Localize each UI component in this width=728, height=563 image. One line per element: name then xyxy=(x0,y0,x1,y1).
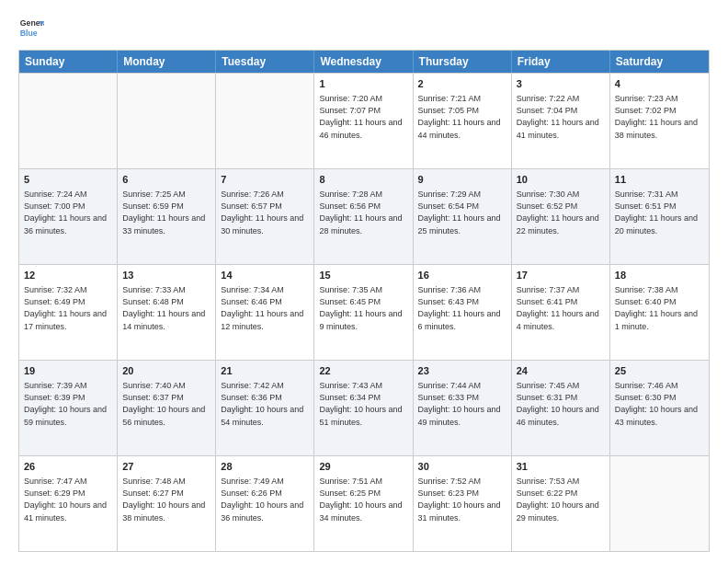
day-info: Sunrise: 7:40 AM Sunset: 6:37 PM Dayligh… xyxy=(122,380,210,428)
day-cell-2: 2Sunrise: 7:21 AM Sunset: 7:05 PM Daylig… xyxy=(414,74,512,168)
day-number: 3 xyxy=(517,77,605,91)
day-number: 14 xyxy=(221,269,309,282)
day-info: Sunrise: 7:45 AM Sunset: 6:31 PM Dayligh… xyxy=(517,380,605,428)
day-info: Sunrise: 7:26 AM Sunset: 6:57 PM Dayligh… xyxy=(221,189,309,236)
day-number: 25 xyxy=(615,364,704,378)
day-cell-31: 31Sunrise: 7:53 AM Sunset: 6:22 PM Dayli… xyxy=(512,456,610,551)
day-header-friday: Friday xyxy=(512,51,610,73)
day-number: 23 xyxy=(418,364,506,378)
day-number: 27 xyxy=(122,460,210,474)
day-number: 20 xyxy=(122,364,210,378)
day-info: Sunrise: 7:38 AM Sunset: 6:40 PM Dayligh… xyxy=(615,284,704,332)
day-cell-26: 26Sunrise: 7:47 AM Sunset: 6:29 PM Dayli… xyxy=(19,456,118,551)
day-info: Sunrise: 7:37 AM Sunset: 6:41 PM Dayligh… xyxy=(517,284,605,332)
svg-text:Blue: Blue xyxy=(20,29,38,38)
empty-cell xyxy=(610,456,709,551)
day-number: 30 xyxy=(418,460,506,474)
day-info: Sunrise: 7:34 AM Sunset: 6:46 PM Dayligh… xyxy=(221,284,309,332)
day-info: Sunrise: 7:51 AM Sunset: 6:25 PM Dayligh… xyxy=(319,476,407,523)
day-number: 16 xyxy=(418,269,506,282)
day-info: Sunrise: 7:29 AM Sunset: 6:54 PM Dayligh… xyxy=(418,189,506,236)
day-info: Sunrise: 7:42 AM Sunset: 6:36 PM Dayligh… xyxy=(221,380,309,428)
day-info: Sunrise: 7:33 AM Sunset: 6:48 PM Dayligh… xyxy=(122,284,210,332)
day-number: 29 xyxy=(319,460,407,474)
day-info: Sunrise: 7:36 AM Sunset: 6:43 PM Dayligh… xyxy=(418,284,506,332)
day-number: 6 xyxy=(122,173,210,187)
day-info: Sunrise: 7:32 AM Sunset: 6:49 PM Dayligh… xyxy=(24,284,112,332)
day-number: 18 xyxy=(615,269,704,282)
day-cell-21: 21Sunrise: 7:42 AM Sunset: 6:36 PM Dayli… xyxy=(216,361,314,455)
day-cell-22: 22Sunrise: 7:43 AM Sunset: 6:34 PM Dayli… xyxy=(314,361,413,455)
calendar-row: 5Sunrise: 7:24 AM Sunset: 7:00 PM Daylig… xyxy=(19,168,709,264)
empty-cell xyxy=(118,74,216,168)
day-cell-15: 15Sunrise: 7:35 AM Sunset: 6:45 PM Dayli… xyxy=(314,265,413,360)
day-cell-18: 18Sunrise: 7:38 AM Sunset: 6:40 PM Dayli… xyxy=(610,265,709,360)
day-info: Sunrise: 7:24 AM Sunset: 7:00 PM Dayligh… xyxy=(24,189,112,236)
day-header-monday: Monday xyxy=(118,51,216,73)
day-header-saturday: Saturday xyxy=(610,51,709,73)
day-info: Sunrise: 7:46 AM Sunset: 6:30 PM Dayligh… xyxy=(615,380,704,428)
calendar-page: General Blue SundayMondayTuesdayWednesda… xyxy=(0,0,728,563)
day-cell-11: 11Sunrise: 7:31 AM Sunset: 6:51 PM Dayli… xyxy=(610,169,709,264)
day-number: 10 xyxy=(517,173,605,187)
calendar-row: 19Sunrise: 7:39 AM Sunset: 6:39 PM Dayli… xyxy=(19,360,709,455)
day-number: 9 xyxy=(418,173,506,187)
day-number: 4 xyxy=(615,77,704,91)
day-cell-7: 7Sunrise: 7:26 AM Sunset: 6:57 PM Daylig… xyxy=(216,169,314,264)
day-info: Sunrise: 7:22 AM Sunset: 7:04 PM Dayligh… xyxy=(517,93,605,141)
day-number: 1 xyxy=(319,77,407,91)
day-info: Sunrise: 7:47 AM Sunset: 6:29 PM Dayligh… xyxy=(24,476,112,523)
empty-cell xyxy=(19,74,118,168)
day-cell-19: 19Sunrise: 7:39 AM Sunset: 6:39 PM Dayli… xyxy=(19,361,118,455)
page-header: General Blue xyxy=(18,15,710,40)
day-header-tuesday: Tuesday xyxy=(216,51,314,73)
day-number: 28 xyxy=(221,460,309,474)
day-cell-24: 24Sunrise: 7:45 AM Sunset: 6:31 PM Dayli… xyxy=(512,361,610,455)
day-cell-12: 12Sunrise: 7:32 AM Sunset: 6:49 PM Dayli… xyxy=(19,265,118,360)
day-cell-29: 29Sunrise: 7:51 AM Sunset: 6:25 PM Dayli… xyxy=(314,456,413,551)
day-number: 19 xyxy=(24,364,112,378)
day-cell-1: 1Sunrise: 7:20 AM Sunset: 7:07 PM Daylig… xyxy=(314,74,413,168)
day-number: 12 xyxy=(24,269,112,282)
logo: General Blue xyxy=(18,15,44,40)
day-cell-23: 23Sunrise: 7:44 AM Sunset: 6:33 PM Dayli… xyxy=(414,361,512,455)
day-cell-27: 27Sunrise: 7:48 AM Sunset: 6:27 PM Dayli… xyxy=(118,456,216,551)
calendar-body: 1Sunrise: 7:20 AM Sunset: 7:07 PM Daylig… xyxy=(19,73,709,551)
day-number: 2 xyxy=(418,77,506,91)
day-info: Sunrise: 7:44 AM Sunset: 6:33 PM Dayligh… xyxy=(418,380,506,428)
day-number: 24 xyxy=(517,364,605,378)
day-cell-8: 8Sunrise: 7:28 AM Sunset: 6:56 PM Daylig… xyxy=(314,169,413,264)
day-header-wednesday: Wednesday xyxy=(314,51,413,73)
calendar-row: 12Sunrise: 7:32 AM Sunset: 6:49 PM Dayli… xyxy=(19,264,709,360)
day-cell-13: 13Sunrise: 7:33 AM Sunset: 6:48 PM Dayli… xyxy=(118,265,216,360)
day-info: Sunrise: 7:43 AM Sunset: 6:34 PM Dayligh… xyxy=(319,380,407,428)
day-info: Sunrise: 7:25 AM Sunset: 6:59 PM Dayligh… xyxy=(122,189,210,236)
calendar: SundayMondayTuesdayWednesdayThursdayFrid… xyxy=(18,50,710,552)
day-number: 8 xyxy=(319,173,407,187)
day-info: Sunrise: 7:31 AM Sunset: 6:51 PM Dayligh… xyxy=(615,189,704,236)
day-info: Sunrise: 7:48 AM Sunset: 6:27 PM Dayligh… xyxy=(122,476,210,523)
day-info: Sunrise: 7:20 AM Sunset: 7:07 PM Dayligh… xyxy=(319,93,407,141)
day-cell-6: 6Sunrise: 7:25 AM Sunset: 6:59 PM Daylig… xyxy=(118,169,216,264)
calendar-header: SundayMondayTuesdayWednesdayThursdayFrid… xyxy=(19,51,709,73)
day-cell-16: 16Sunrise: 7:36 AM Sunset: 6:43 PM Dayli… xyxy=(414,265,512,360)
day-number: 31 xyxy=(517,460,605,474)
day-number: 26 xyxy=(24,460,112,474)
day-number: 11 xyxy=(615,173,704,187)
day-info: Sunrise: 7:39 AM Sunset: 6:39 PM Dayligh… xyxy=(24,380,112,428)
day-info: Sunrise: 7:23 AM Sunset: 7:02 PM Dayligh… xyxy=(615,93,704,141)
logo-icon: General Blue xyxy=(18,15,44,40)
day-info: Sunrise: 7:52 AM Sunset: 6:23 PM Dayligh… xyxy=(418,476,506,523)
calendar-row: 26Sunrise: 7:47 AM Sunset: 6:29 PM Dayli… xyxy=(19,455,709,551)
day-cell-20: 20Sunrise: 7:40 AM Sunset: 6:37 PM Dayli… xyxy=(118,361,216,455)
day-cell-14: 14Sunrise: 7:34 AM Sunset: 6:46 PM Dayli… xyxy=(216,265,314,360)
day-header-thursday: Thursday xyxy=(414,51,512,73)
day-cell-25: 25Sunrise: 7:46 AM Sunset: 6:30 PM Dayli… xyxy=(610,361,709,455)
day-cell-3: 3Sunrise: 7:22 AM Sunset: 7:04 PM Daylig… xyxy=(512,74,610,168)
day-number: 5 xyxy=(24,173,112,187)
day-cell-10: 10Sunrise: 7:30 AM Sunset: 6:52 PM Dayli… xyxy=(512,169,610,264)
day-number: 13 xyxy=(122,269,210,282)
day-info: Sunrise: 7:28 AM Sunset: 6:56 PM Dayligh… xyxy=(319,189,407,236)
day-number: 15 xyxy=(319,269,407,282)
day-info: Sunrise: 7:30 AM Sunset: 6:52 PM Dayligh… xyxy=(517,189,605,236)
